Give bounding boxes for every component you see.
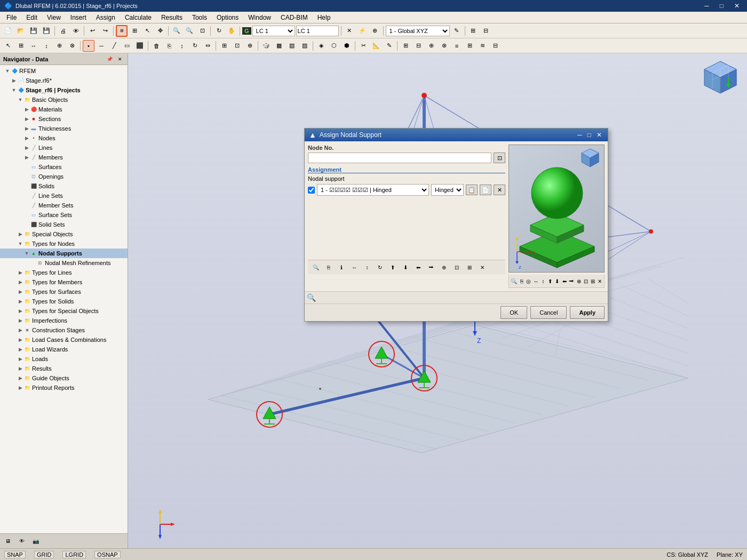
menu-window[interactable]: Window	[244, 13, 275, 22]
node-no-input[interactable]	[308, 153, 491, 163]
cancel-button[interactable]: Cancel	[530, 306, 567, 319]
tb2-delete[interactable]: 🗑	[150, 40, 162, 52]
minimize-button[interactable]: ─	[701, 2, 712, 10]
dialog-tb-right[interactable]: ⮕	[425, 262, 437, 273]
tb2-annotation[interactable]: ✎	[383, 40, 395, 52]
guide-expand[interactable]: ▶	[17, 373, 23, 383]
dialog-view-3[interactable]: ◎	[526, 276, 531, 286]
viewport[interactable]: X Y Z	[128, 53, 747, 548]
print-preview-button[interactable]: 👁	[70, 25, 82, 37]
dialog-tb-view2[interactable]: ↕	[361, 262, 373, 273]
nav-pin-button[interactable]: 📌	[105, 55, 114, 63]
msets-expand[interactable]	[23, 201, 30, 210]
tb2-rendering[interactable]: ◈	[315, 40, 327, 52]
tb2-rotate2[interactable]: ↻	[189, 40, 201, 52]
zoom-in-button[interactable]: 🔍	[171, 25, 182, 37]
nodal-support-checkbox[interactable]	[308, 187, 315, 194]
title-bar-controls[interactable]: ─ □ ✕	[701, 2, 743, 10]
select-button[interactable]: ↖	[141, 25, 153, 37]
tree-nodal-mesh[interactable]: ⊞ Nodal Mesh Refinements	[0, 258, 128, 268]
stage-rf6-expand[interactable]: ▶	[11, 76, 17, 85]
dialog-view-11[interactable]: ⊡	[583, 276, 589, 286]
cs-dropdown[interactable]: 1 - Global XYZ	[386, 26, 450, 36]
pan-button[interactable]: ✋	[226, 25, 237, 37]
dialog-tb-more1[interactable]: ⊡	[451, 262, 463, 273]
tree-types-solids[interactable]: ▶ 📁 Types for Solids	[0, 297, 128, 306]
dialog-tb-view1[interactable]: ↔	[348, 262, 360, 273]
special-expand[interactable]: ▶	[17, 229, 23, 239]
node-no-pick-button[interactable]: ⊡	[494, 153, 505, 163]
nodal-support-dropdown[interactable]: 1 - ☑☑☑☑ ☑☑☑ | Hinged	[317, 184, 429, 196]
tree-members[interactable]: ▶ ╱ Members	[0, 153, 128, 162]
maximize-button[interactable]: □	[717, 2, 727, 10]
dialog-tb-info[interactable]: ℹ	[336, 262, 347, 273]
tb2-snap1[interactable]: ⊞	[218, 40, 230, 52]
rfem-expand[interactable]: ▼	[4, 66, 11, 76]
tb-btn-misc2[interactable]: ⚡	[356, 25, 368, 37]
dialog-tb-more2[interactable]: ⊞	[464, 262, 475, 273]
tree-types-surfaces[interactable]: ▶ 📁 Types for Surfaces	[0, 287, 128, 297]
dialog-tb-rotate[interactable]: ↻	[374, 262, 386, 273]
tree-rfem[interactable]: ▼ 🔷 RFEM	[0, 66, 128, 76]
osnap-indicator[interactable]: OSNAP	[94, 551, 121, 558]
dialog-view-6[interactable]: ⬆	[547, 276, 553, 286]
tb2-more7[interactable]: ≋	[476, 40, 488, 52]
tb-view1[interactable]: ⊞	[467, 25, 479, 37]
members-expand[interactable]: ▶	[23, 153, 30, 162]
zoom-all-button[interactable]: ⊡	[196, 25, 208, 37]
dialog-view-2[interactable]: ⎘	[519, 276, 525, 286]
types-lines-expand[interactable]: ▶	[17, 268, 23, 277]
tree-special-objects[interactable]: ▶ 📁 Special Objects	[0, 229, 128, 239]
tb2-viewyz[interactable]: ▨	[299, 40, 311, 52]
open-button[interactable]: 📂	[15, 25, 27, 37]
move-button[interactable]: ✥	[154, 25, 166, 37]
basic-expand[interactable]: ▼	[17, 95, 23, 105]
cs-edit-button[interactable]: ✎	[451, 25, 463, 37]
tb2-measure[interactable]: 📐	[370, 40, 382, 52]
snap-indicator[interactable]: SNAP	[4, 551, 26, 558]
lc-name-input[interactable]	[296, 26, 339, 36]
dialog-view-4[interactable]: ↔	[533, 276, 539, 286]
menu-tools[interactable]: Tools	[188, 13, 211, 22]
tree-construction-stages[interactable]: ▶ ≡ Construction Stages	[0, 325, 128, 335]
zoom-out-button[interactable]: 🔍	[184, 25, 195, 37]
snap-button[interactable]: ⊞	[116, 25, 128, 37]
tree-lines[interactable]: ▶ ╱ Lines	[0, 143, 128, 153]
tb2-copy[interactable]: ⎘	[163, 40, 175, 52]
nav-close-button[interactable]: ✕	[116, 55, 124, 63]
nav-btn-data[interactable]: 🖥	[2, 535, 14, 547]
tree-thicknesses[interactable]: ▶ ▬ Thicknesses	[0, 124, 128, 133]
dialog-tb-down[interactable]: ⬇	[400, 262, 411, 273]
dialog-view-1[interactable]: 🔍	[510, 276, 518, 286]
dialog-tb-up[interactable]: ⬆	[387, 262, 399, 273]
tree-load-cases[interactable]: ▶ 📁 Load Cases & Combinations	[0, 335, 128, 345]
dialog-tb-left[interactable]: ⬅	[412, 262, 424, 273]
tb2-3[interactable]: ↔	[28, 40, 39, 52]
sec-expand[interactable]: ▶	[23, 114, 30, 124]
new-button[interactable]: 📄	[2, 25, 14, 37]
mesh-expand[interactable]	[30, 258, 36, 268]
lc-expand[interactable]: ▶	[17, 335, 23, 345]
tb2-node-btn[interactable]: •	[83, 40, 94, 52]
tree-openings[interactable]: ⊡ Openings	[0, 172, 128, 181]
print-expand[interactable]: ▶	[17, 383, 23, 393]
grid-indicator[interactable]: GRID	[34, 551, 54, 558]
lsets-expand[interactable]	[23, 191, 30, 201]
dialog-title-buttons[interactable]: ─ □ ✕	[576, 131, 603, 139]
lgrid-indicator[interactable]: LGRID	[62, 551, 86, 558]
nodal-sup-expand[interactable]: ▼	[23, 249, 30, 258]
ssets-expand[interactable]	[23, 210, 30, 220]
dialog-tb-zoom[interactable]: 🔍	[310, 262, 322, 273]
tb-btn-misc3[interactable]: ⊕	[369, 25, 381, 37]
tb2-solid-btn[interactable]: ⬛	[134, 40, 146, 52]
tb-btn-misc1[interactable]: ✕	[344, 25, 355, 37]
menu-options[interactable]: Options	[212, 13, 243, 22]
tb2-6[interactable]: ⊗	[66, 40, 78, 52]
tree-guide-objects[interactable]: ▶ 📁 Guide Objects	[0, 373, 128, 383]
nav-btn-project[interactable]: 📷	[30, 535, 42, 547]
tree-imperfections[interactable]: ▶ 📁 Imperfections	[0, 316, 128, 325]
surf-expand[interactable]	[23, 162, 30, 172]
tree-results[interactable]: ▶ 📁 Results	[0, 364, 128, 373]
grid-button[interactable]: ⊞	[129, 25, 140, 37]
tree-materials[interactable]: ▶ 🔴 Materials	[0, 105, 128, 114]
